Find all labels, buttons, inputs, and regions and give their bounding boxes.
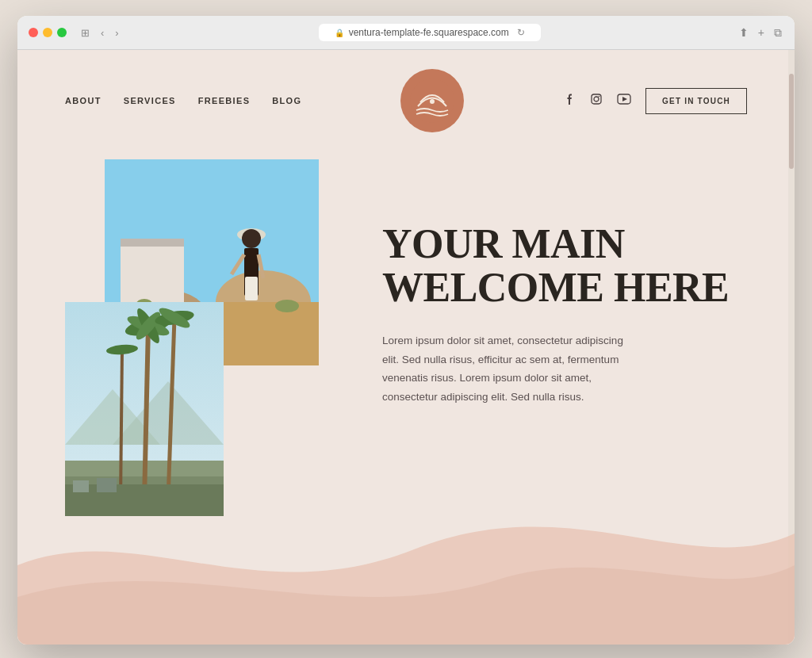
hero-body-text: Lorem ipsum dolor sit amet, consectetur … <box>382 331 636 407</box>
hero-title-line2: WELCOME HERE <box>382 265 729 310</box>
svg-rect-12 <box>121 239 184 247</box>
browser-actions: ⬆ + ⧉ <box>737 25 783 41</box>
svg-line-28 <box>121 350 122 500</box>
address-bar[interactable]: 🔒 ventura-template-fe.squarespace.com ↻ <box>130 24 730 41</box>
logo-svg <box>408 77 456 124</box>
lock-icon: 🔒 <box>335 29 344 37</box>
url-text: ventura-template-fe.squarespace.com <box>349 27 509 38</box>
logo[interactable] <box>400 69 464 132</box>
svg-rect-18 <box>245 277 258 300</box>
nav-services[interactable]: SERVICES <box>124 96 176 105</box>
back-button[interactable]: ‹ <box>98 25 107 40</box>
hero-title-line1: YOUR MAIN <box>382 221 625 266</box>
nav-about[interactable]: ABOUT <box>65 96 102 105</box>
refresh-icon[interactable]: ↻ <box>517 27 525 38</box>
hero-images <box>65 159 335 365</box>
maximize-button[interactable] <box>57 28 67 37</box>
browser-window: ⊞ ‹ › 🔒 ventura-template-fe.squarespace.… <box>17 16 795 645</box>
share-button[interactable]: ⬆ <box>737 25 750 40</box>
hero-text: YOUR MAIN WELCOME HERE Lorem ipsum dolor… <box>382 159 747 407</box>
nav-blog[interactable]: BLOG <box>272 96 301 105</box>
nav-left: ABOUT SERVICES FREEBIES BLOG <box>65 96 301 105</box>
sidebar-toggle-button[interactable]: ⊞ <box>78 25 93 40</box>
nav-right: GET IN TOUCH <box>563 88 747 114</box>
svg-point-13 <box>275 300 299 312</box>
svg-rect-2 <box>592 94 601 104</box>
hero-secondary-image <box>65 302 224 516</box>
url-box[interactable]: 🔒 ventura-template-fe.squarespace.com ↻ <box>319 24 541 41</box>
nav-center <box>301 69 563 132</box>
svg-marker-6 <box>622 97 627 101</box>
minimize-button[interactable] <box>43 28 52 37</box>
facebook-icon[interactable] <box>563 93 576 109</box>
youtube-icon[interactable] <box>617 94 631 108</box>
svg-rect-38 <box>97 478 117 492</box>
nav-freebies[interactable]: FREEBIES <box>198 96 251 105</box>
svg-point-3 <box>594 97 599 101</box>
copy-tab-button[interactable]: ⧉ <box>772 25 783 41</box>
navbar: ABOUT SERVICES FREEBIES BLOG <box>17 50 795 151</box>
hero-title: YOUR MAIN WELCOME HERE <box>382 223 747 309</box>
forward-button[interactable]: › <box>112 25 121 40</box>
get-in-touch-button[interactable]: GET IN TOUCH <box>645 88 747 114</box>
browser-controls: ⊞ ‹ › <box>78 25 122 40</box>
svg-rect-37 <box>73 480 89 492</box>
svg-point-4 <box>599 96 600 98</box>
instagram-icon[interactable] <box>590 93 603 109</box>
new-tab-button[interactable]: + <box>756 25 766 40</box>
svg-point-16 <box>242 229 261 248</box>
hero-section: YOUR MAIN WELCOME HERE Lorem ipsum dolor… <box>17 151 795 438</box>
browser-chrome: ⊞ ‹ › 🔒 ventura-template-fe.squarespace.… <box>17 16 795 50</box>
website-content: ABOUT SERVICES FREEBIES BLOG <box>17 50 795 645</box>
close-button[interactable] <box>29 28 38 37</box>
traffic-lights <box>29 28 67 37</box>
svg-point-1 <box>430 99 435 104</box>
palm-scene-svg <box>65 302 224 516</box>
